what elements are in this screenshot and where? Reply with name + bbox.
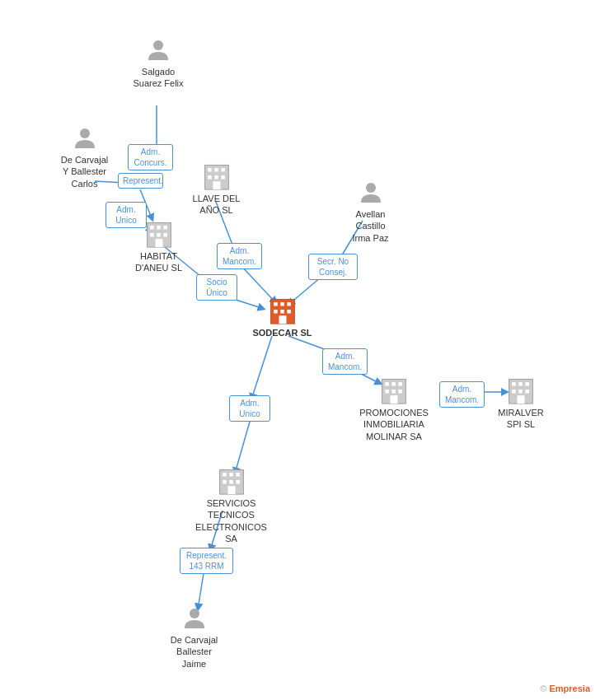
svg-rect-31 [163,226,167,230]
svg-rect-47 [391,382,396,386]
svg-line-16 [198,568,204,609]
svg-rect-49 [385,390,389,394]
svg-rect-21 [208,168,212,172]
svg-rect-46 [385,382,389,386]
building-icon [506,375,536,404]
node-label: SERVICIOSTECNICOSELECTRONICOS SA [195,497,267,544]
svg-rect-40 [287,302,291,306]
node-label: De CarvajalY BallesterCarlos [61,154,108,189]
node-label: SODECAR SL [252,327,312,338]
svg-point-19 [80,128,90,138]
svg-rect-65 [223,480,227,484]
svg-rect-41 [274,310,278,314]
person-icon [181,605,208,632]
badge-socio-unico[interactable]: SocioÚnico [196,274,237,301]
node-miralver: MIRALVERSPI SL [492,375,550,431]
svg-rect-29 [150,226,154,230]
svg-rect-52 [391,395,398,404]
watermark: © Empresia [540,684,590,693]
badge-represent-1[interactable]: Represent. [118,173,163,189]
svg-rect-48 [398,382,402,386]
svg-rect-26 [221,175,225,180]
building-icon [379,375,409,404]
building-icon [202,161,232,190]
svg-rect-64 [236,473,240,477]
badge-adm-mancom-1[interactable]: Adm.Mancom. [217,243,262,269]
svg-rect-32 [150,233,154,237]
building-icon [144,218,174,248]
svg-rect-23 [221,168,225,172]
svg-rect-56 [525,382,529,386]
badge-adm-concurs[interactable]: Adm.Concurs. [128,144,173,170]
watermark-brand: Empresia [549,684,590,693]
person-icon [72,125,98,152]
node-label: HABITATD'ANEU SL [135,250,182,274]
svg-rect-38 [274,302,278,306]
svg-rect-39 [280,302,284,306]
node-habitat: HABITATD'ANEU SL [132,218,185,274]
svg-rect-60 [518,395,525,404]
building-icon [217,465,246,495]
node-servicios: SERVICIOSTECNICOSELECTRONICOS SA [196,465,266,544]
person-icon [358,180,384,206]
badge-adm-mancom-3[interactable]: Adm.Mancom. [439,381,485,408]
svg-rect-58 [518,390,523,394]
badge-secr-no-consej[interactable]: Secr. NoConsej. [308,254,358,280]
node-label: SalgadoSuarez Felix [133,66,183,90]
svg-rect-25 [214,175,218,180]
node-llave-del-ano: LLAVE DELAÑO SL [190,161,243,217]
svg-rect-35 [155,239,162,247]
person-icon [145,37,171,63]
badge-adm-unico-2[interactable]: Adm.Unico [229,395,270,422]
svg-point-18 [153,40,163,50]
svg-rect-27 [213,181,220,189]
svg-rect-67 [236,480,240,484]
svg-rect-66 [229,480,233,484]
svg-rect-62 [223,473,227,477]
svg-rect-33 [157,233,161,237]
svg-rect-22 [214,168,218,172]
node-label: PROMOCIONESINMOBILIARIAMOLINAR SA [359,407,429,442]
diagram: SalgadoSuarez Felix De CarvajalY Ballest… [0,0,600,700]
svg-rect-51 [398,390,402,394]
svg-point-69 [190,609,199,618]
svg-line-13 [251,336,272,399]
node-de-carvajal-jaime: De CarvajalBallesterJaime [159,605,229,670]
svg-point-36 [366,183,376,193]
svg-rect-24 [208,175,212,180]
badge-represent-143[interactable]: Represent.143 RRM [180,548,233,574]
svg-rect-50 [391,390,396,394]
svg-rect-54 [512,382,516,386]
svg-rect-44 [279,315,286,324]
node-avellan: AvellanCastilloIrma Paz [340,180,401,244]
node-promociones: PROMOCIONESINMOBILIARIAMOLINAR SA [357,375,431,442]
svg-rect-43 [287,310,291,314]
node-sodecar: SODECAR SL [251,295,313,338]
svg-rect-55 [518,382,523,386]
svg-rect-59 [525,390,529,394]
svg-rect-68 [227,486,235,494]
building-icon-red [268,295,298,324]
svg-rect-42 [280,310,284,314]
svg-rect-57 [512,390,516,394]
svg-rect-30 [157,226,161,230]
node-de-carvajal-carlos: De CarvajalY BallesterCarlos [49,125,120,189]
badge-adm-mancom-2[interactable]: Adm.Mancom. [322,348,368,375]
svg-rect-63 [229,473,233,477]
node-salgado: SalgadoSuarez Felix [129,37,187,90]
node-label: AvellanCastilloIrma Paz [352,208,388,244]
node-label: LLAVE DELAÑO SL [193,193,241,217]
node-label: MIRALVERSPI SL [498,407,543,431]
node-label: De CarvajalBallesterJaime [171,634,218,670]
svg-rect-34 [163,233,167,237]
